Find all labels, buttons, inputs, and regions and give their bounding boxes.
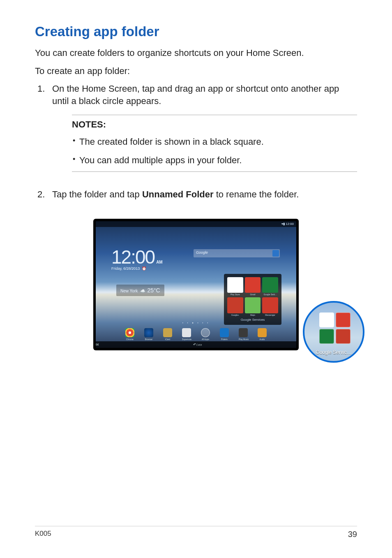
step-2-post: to rename the folder.	[214, 189, 299, 199]
intro-2: To create an app folder:	[35, 65, 357, 83]
dock-app-icon[interactable]	[182, 328, 191, 337]
dock-app-label: Polaris	[220, 338, 229, 340]
dock-item[interactable]: Audio	[258, 328, 267, 340]
dock-item[interactable]: Polaris	[220, 328, 229, 340]
dock-item[interactable]: Chrome	[125, 328, 134, 340]
dock-app-label: Chrome	[125, 338, 134, 340]
status-bar: ▾▮ 12:00	[96, 221, 296, 227]
dock-app-icon[interactable]	[144, 328, 153, 337]
dock-item[interactable]: Browser	[144, 328, 153, 340]
app-folder[interactable]: Play StoreGmailGoogle Setti…Google+MapsM…	[224, 274, 281, 325]
nav-recent-icon[interactable]: ▭	[198, 343, 202, 347]
tablet-frame: ▾▮ 12:00 12:00AM Friday, 6/28/2013 ⏰ New…	[93, 219, 299, 350]
dock-app-label: Play Music	[239, 338, 248, 340]
steps-list: On the Home Screen, tap and drag an app …	[35, 83, 357, 107]
folder-app-label: Maps	[245, 314, 261, 316]
folder-app-icon[interactable]	[245, 297, 261, 313]
zoom-app-icon	[336, 329, 350, 344]
folder-app-icon[interactable]	[262, 277, 278, 293]
notes-heading: NOTES:	[72, 119, 357, 130]
folder-app-icon[interactable]	[227, 297, 243, 313]
zoom-app-icon	[319, 313, 334, 327]
folder-app-label: Play Store	[227, 293, 243, 296]
status-wifi-icon: ▾▮	[281, 222, 285, 226]
footer-page-number: 39	[348, 530, 357, 539]
dock-app-icon[interactable]	[258, 328, 267, 337]
step-1: On the Home Screen, tap and drag an app …	[35, 83, 357, 107]
weather-temp: 25°C	[147, 287, 160, 294]
search-placeholder: Google	[196, 250, 208, 255]
step-2: Tap the folder and tap Unnamed Folder to…	[35, 188, 357, 201]
folder-app-icon[interactable]	[227, 277, 243, 293]
zoom-bubble: Google Servic…	[303, 301, 364, 363]
navigation-bar: ✉ ↶ ⌂ ▭	[96, 341, 296, 348]
dock-item[interactable]: iCard	[163, 328, 172, 340]
dock-app-icon[interactable]	[239, 328, 248, 337]
folder-name[interactable]: Google Services	[227, 318, 278, 322]
nav-notif-icon[interactable]: ✉	[96, 343, 99, 347]
page-title: Creating app folder	[35, 0, 357, 47]
clock-ampm: AM	[156, 260, 163, 264]
folder-app-icon[interactable]	[262, 297, 278, 313]
clock-time: 12:00	[111, 246, 154, 268]
intro-1: You can create folders to organize short…	[35, 47, 357, 65]
step-2-bold: Unnamed Folder	[142, 189, 214, 199]
page-indicator: • • ● • • •	[96, 322, 296, 324]
notes-box: NOTES: The created folder is shown in a …	[72, 115, 357, 172]
dock-item[interactable]: Play Music	[239, 328, 248, 340]
notes-list: The created folder is shown in a black s…	[72, 130, 357, 170]
folder-app-label: Google+	[227, 314, 243, 316]
clock-widget[interactable]: 12:00AM Friday, 6/28/2013 ⏰	[111, 246, 163, 271]
dock: ChromeBrowseriCardSupernoteAll AppsPolar…	[96, 328, 296, 340]
dock-item[interactable]: Supernote	[182, 328, 191, 340]
dock-app-icon[interactable]	[201, 328, 210, 337]
note-1: The created folder is shown in a black s…	[79, 132, 357, 151]
status-time: 12:00	[286, 222, 294, 226]
step-2-pre: Tap the folder and tap	[52, 189, 142, 199]
folder-app-label: Messenger	[262, 314, 278, 316]
weather-city: New York	[120, 289, 138, 293]
dock-app-label: All Apps	[201, 338, 210, 340]
dock-app-label: Supernote	[182, 338, 191, 340]
folder-app-label: Google Setti…	[262, 293, 278, 296]
dock-app-icon[interactable]	[220, 328, 229, 337]
google-search[interactable]: Google	[194, 249, 280, 257]
zoom-folder-label: Google Servic…	[304, 350, 363, 355]
dock-app-label: iCard	[163, 338, 172, 340]
dock-app-label: Browser	[144, 338, 153, 340]
dock-app-icon[interactable]	[125, 328, 134, 337]
folder-app-icon[interactable]	[245, 277, 261, 293]
zoom-app-icon	[336, 313, 350, 327]
dock-app-label: Audio	[258, 338, 267, 340]
voice-search-icon[interactable]	[272, 250, 279, 257]
zoom-app-icon	[319, 329, 334, 344]
page-footer: K005 39	[35, 526, 357, 539]
folder-app-label: Gmail	[245, 293, 261, 296]
tablet-figure: ▾▮ 12:00 12:00AM Friday, 6/28/2013 ⏰ New…	[60, 219, 332, 350]
steps-list-2: Tap the folder and tap Unnamed Folder to…	[35, 188, 357, 201]
nav-back-icon[interactable]: ↶	[193, 343, 196, 347]
weather-widget[interactable]: New York ☁️ 25°C	[116, 285, 164, 296]
footer-model: K005	[35, 530, 51, 539]
note-2: You can add multiple apps in your folder…	[79, 151, 357, 170]
dock-item[interactable]: All Apps	[201, 328, 210, 340]
dock-app-icon[interactable]	[163, 328, 172, 337]
tablet-screen: ▾▮ 12:00 12:00AM Friday, 6/28/2013 ⏰ New…	[96, 221, 296, 348]
